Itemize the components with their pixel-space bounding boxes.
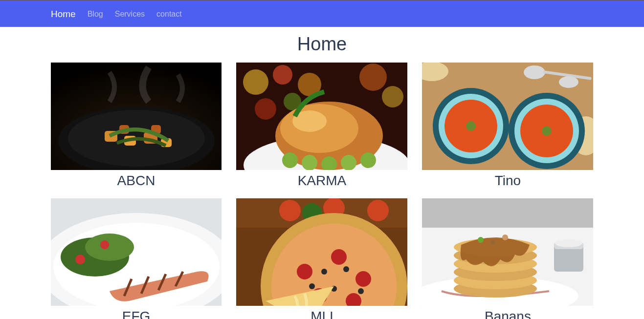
card: KARMA <box>229 63 415 192</box>
primary-nav: Home Blog Services contact <box>0 1 644 27</box>
content-container: ABCN <box>44 63 601 319</box>
svg-point-41 <box>542 126 552 136</box>
pan-stirfry-image <box>51 63 222 170</box>
grilled-salmon-image <box>51 198 222 306</box>
svg-point-47 <box>75 255 85 264</box>
card-title: KARMA <box>236 173 407 189</box>
page-title: Home <box>0 34 644 55</box>
card: ABCN <box>44 63 229 192</box>
card-title: Banans <box>422 309 593 319</box>
svg-point-31 <box>524 65 545 79</box>
card: MLI <box>229 198 415 319</box>
nav-link-contact[interactable]: contact <box>156 1 182 27</box>
svg-point-67 <box>321 269 327 275</box>
svg-point-11 <box>243 69 268 95</box>
card-title: EFG <box>51 309 222 319</box>
svg-point-33 <box>559 76 578 88</box>
svg-point-71 <box>358 288 364 294</box>
svg-point-68 <box>343 266 349 272</box>
card-title: ABCN <box>51 173 222 189</box>
roast-chicken-image <box>236 63 407 170</box>
card: Tino <box>415 63 600 192</box>
svg-point-48 <box>100 240 109 249</box>
nav-link-services[interactable]: Services <box>115 1 145 27</box>
svg-point-14 <box>255 98 276 120</box>
card: Banans <box>415 198 600 319</box>
svg-point-17 <box>382 86 403 107</box>
svg-point-70 <box>309 283 315 289</box>
nav-link-home[interactable]: Home <box>51 1 76 27</box>
svg-point-22 <box>282 152 298 168</box>
svg-point-26 <box>360 152 376 168</box>
card-title: MLI <box>236 309 407 319</box>
svg-point-12 <box>273 65 292 85</box>
card-title: Tino <box>422 173 593 189</box>
tomato-soup-bowls-image <box>422 63 593 170</box>
svg-point-16 <box>359 64 387 91</box>
svg-point-57 <box>367 200 389 221</box>
svg-point-86 <box>555 239 582 247</box>
svg-point-46 <box>85 234 133 261</box>
svg-point-63 <box>331 249 347 265</box>
card: EFG <box>44 198 229 319</box>
pizza-image <box>236 198 407 306</box>
pancakes-image <box>422 198 593 306</box>
svg-point-82 <box>502 234 508 240</box>
svg-point-23 <box>302 155 317 170</box>
svg-point-25 <box>341 155 356 170</box>
nav-link-blog[interactable]: Blog <box>88 1 103 27</box>
svg-point-64 <box>355 271 371 287</box>
svg-point-37 <box>466 121 476 131</box>
svg-point-55 <box>279 200 301 221</box>
svg-point-83 <box>490 240 495 245</box>
cards-grid: ABCN <box>44 63 601 319</box>
svg-point-81 <box>478 237 484 243</box>
svg-point-62 <box>297 264 312 279</box>
